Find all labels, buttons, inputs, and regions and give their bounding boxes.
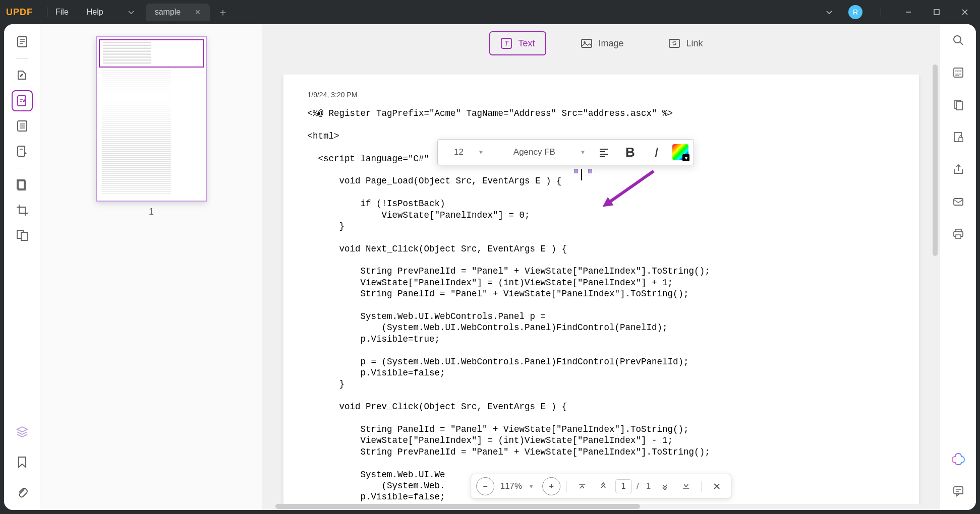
svg-rect-45: [954, 487, 963, 494]
window-minimize-icon[interactable]: [899, 3, 917, 21]
print-icon[interactable]: [949, 225, 967, 243]
svg-text:OCR: OCR: [955, 70, 962, 73]
menu-dropdown-icon[interactable]: [127, 8, 136, 17]
tool-reader-icon[interactable]: [12, 31, 33, 52]
tool-attachment-icon[interactable]: [12, 482, 33, 503]
menu-file[interactable]: File: [55, 8, 69, 17]
current-page-input[interactable]: [615, 479, 631, 493]
svg-rect-1: [934, 10, 939, 15]
horizontal-scrollbar[interactable]: [275, 504, 927, 509]
separator: [16, 168, 28, 168]
bold-button[interactable]: B: [617, 141, 643, 163]
edit-image-button[interactable]: Image: [570, 32, 633, 54]
tool-form-icon[interactable]: [12, 141, 33, 162]
last-page-icon[interactable]: [677, 477, 695, 495]
avatar-initial: R: [853, 8, 858, 16]
tab-bar: sample ✕ ＋: [146, 4, 228, 21]
titlebar: UPDF File Help sample ✕ ＋ R: [0, 0, 980, 24]
next-page-icon[interactable]: [656, 477, 674, 495]
document-code-content[interactable]: <%@ Register TagPrefix="Acme" TagName="A…: [308, 108, 895, 503]
search-icon[interactable]: [949, 31, 967, 49]
chevron-down-icon[interactable]: [820, 3, 838, 21]
tool-organize-icon[interactable]: [12, 115, 33, 137]
tool-comment-icon[interactable]: [12, 65, 33, 86]
tool-crop-icon[interactable]: [12, 200, 33, 221]
resize-handle[interactable]: [574, 169, 578, 173]
edit-link-label: Link: [686, 38, 703, 49]
document-page[interactable]: 1/9/24, 3:20 PM <%@ Register TagPrefix="…: [283, 75, 919, 510]
share-icon[interactable]: [949, 160, 967, 178]
separator: [16, 58, 28, 59]
email-icon[interactable]: [949, 192, 967, 211]
content-area: T Text Image Link 1/9/24, 3:20 PM <%@ Re…: [262, 24, 940, 510]
left-toolbar: [4, 24, 40, 510]
thumbnail-preview: [99, 68, 204, 199]
zoom-dropdown-icon[interactable]: ▼: [528, 483, 534, 490]
divider: [47, 7, 47, 17]
font-family-dropdown-icon[interactable]: ▼: [580, 149, 586, 156]
chat-icon[interactable]: [949, 482, 967, 500]
edit-link-button[interactable]: Link: [658, 32, 713, 54]
tool-bookmark-icon[interactable]: [12, 452, 33, 473]
titlebar-right: R: [820, 3, 974, 21]
batch-icon[interactable]: [949, 96, 967, 114]
font-family-input[interactable]: [489, 147, 580, 157]
ai-assistant-icon[interactable]: [949, 449, 967, 468]
document-viewport[interactable]: 1/9/24, 3:20 PM <%@ Register TagPrefix="…: [275, 75, 927, 510]
text-format-toolbar: ▼ ▼ B I: [437, 139, 695, 165]
menu-help[interactable]: Help: [87, 8, 103, 17]
italic-button[interactable]: I: [643, 141, 669, 163]
window-close-icon[interactable]: [956, 3, 974, 21]
separator: [566, 481, 567, 492]
align-left-icon[interactable]: [591, 141, 617, 163]
thumbnail-page-number: 1: [54, 207, 248, 217]
svg-rect-19: [581, 39, 591, 47]
edit-text-button[interactable]: T Text: [489, 31, 546, 55]
close-pager-icon[interactable]: [708, 477, 726, 495]
document-timestamp: 1/9/24, 3:20 PM: [308, 91, 895, 99]
svg-point-31: [954, 36, 961, 43]
zoom-out-button[interactable]: [476, 477, 494, 495]
svg-text:T: T: [504, 39, 509, 47]
tool-edit-icon[interactable]: [12, 90, 33, 111]
window-maximize-icon[interactable]: [928, 3, 946, 21]
left-toolbar-bottom: [12, 421, 33, 503]
tab-add-icon[interactable]: ＋: [218, 6, 228, 19]
svg-rect-40: [959, 138, 963, 142]
ocr-icon[interactable]: OCR: [949, 63, 967, 82]
first-page-icon[interactable]: [573, 477, 591, 495]
vertical-scrollbar[interactable]: [933, 65, 938, 490]
svg-rect-21: [669, 39, 679, 47]
right-toolbar-bottom: [949, 449, 967, 500]
tool-compare-icon[interactable]: [12, 225, 33, 246]
tab-sample[interactable]: sample ✕: [146, 4, 210, 21]
svg-rect-16: [21, 232, 27, 240]
resize-handle[interactable]: [588, 169, 592, 173]
font-size-input[interactable]: [440, 147, 478, 157]
separator: [701, 481, 702, 492]
svg-line-32: [960, 42, 963, 45]
font-size-dropdown-icon[interactable]: ▼: [478, 149, 484, 156]
user-avatar[interactable]: R: [848, 5, 862, 19]
page-thumbnail[interactable]: [96, 36, 207, 202]
svg-rect-11: [18, 146, 25, 156]
page-navigation-toolbar: 117% ▼ / 1: [471, 474, 732, 499]
svg-rect-41: [954, 199, 963, 205]
tool-layers-icon[interactable]: [12, 421, 33, 442]
svg-rect-38: [956, 102, 962, 110]
tool-redact-icon[interactable]: [12, 174, 33, 196]
thumbnail-highlight: [99, 39, 204, 68]
prev-page-icon[interactable]: [594, 477, 612, 495]
edit-text-label: Text: [518, 38, 535, 49]
divider: [881, 7, 881, 17]
zoom-in-button[interactable]: [542, 477, 560, 495]
zoom-level: 117%: [497, 481, 525, 491]
text-selection-handles[interactable]: [574, 169, 592, 180]
right-toolbar: OCR: [940, 24, 976, 510]
protect-icon[interactable]: [949, 128, 967, 146]
tab-close-icon[interactable]: ✕: [195, 8, 201, 16]
edit-type-toolbar: T Text Image Link: [489, 31, 713, 55]
svg-rect-2: [18, 37, 27, 47]
text-color-picker[interactable]: [672, 144, 688, 160]
total-pages: 1: [646, 481, 651, 491]
